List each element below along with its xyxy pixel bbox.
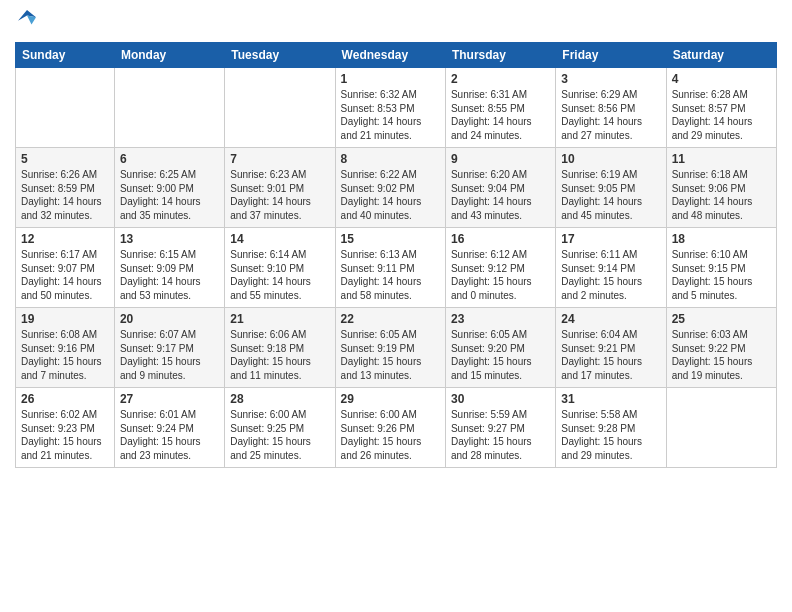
day-info: Sunrise: 6:15 AM Sunset: 9:09 PM Dayligh… xyxy=(120,248,219,302)
day-number: 10 xyxy=(561,152,660,166)
calendar-cell: 26Sunrise: 6:02 AM Sunset: 9:23 PM Dayli… xyxy=(16,388,115,468)
day-info: Sunrise: 6:31 AM Sunset: 8:55 PM Dayligh… xyxy=(451,88,550,142)
calendar-cell xyxy=(225,68,335,148)
calendar-cell: 21Sunrise: 6:06 AM Sunset: 9:18 PM Dayli… xyxy=(225,308,335,388)
day-number: 22 xyxy=(341,312,440,326)
col-header-wednesday: Wednesday xyxy=(335,43,445,68)
calendar-cell: 31Sunrise: 5:58 AM Sunset: 9:28 PM Dayli… xyxy=(556,388,666,468)
day-info: Sunrise: 6:05 AM Sunset: 9:19 PM Dayligh… xyxy=(341,328,440,382)
calendar-cell: 15Sunrise: 6:13 AM Sunset: 9:11 PM Dayli… xyxy=(335,228,445,308)
day-info: Sunrise: 5:59 AM Sunset: 9:27 PM Dayligh… xyxy=(451,408,550,462)
page-container: SundayMondayTuesdayWednesdayThursdayFrid… xyxy=(0,0,792,478)
col-header-thursday: Thursday xyxy=(445,43,555,68)
calendar-cell: 1Sunrise: 6:32 AM Sunset: 8:53 PM Daylig… xyxy=(335,68,445,148)
calendar-cell: 25Sunrise: 6:03 AM Sunset: 9:22 PM Dayli… xyxy=(666,308,776,388)
day-number: 12 xyxy=(21,232,109,246)
day-number: 20 xyxy=(120,312,219,326)
day-info: Sunrise: 6:05 AM Sunset: 9:20 PM Dayligh… xyxy=(451,328,550,382)
day-number: 31 xyxy=(561,392,660,406)
header xyxy=(15,10,777,34)
day-info: Sunrise: 6:32 AM Sunset: 8:53 PM Dayligh… xyxy=(341,88,440,142)
week-row-4: 19Sunrise: 6:08 AM Sunset: 9:16 PM Dayli… xyxy=(16,308,777,388)
day-number: 30 xyxy=(451,392,550,406)
day-number: 6 xyxy=(120,152,219,166)
day-number: 16 xyxy=(451,232,550,246)
col-header-monday: Monday xyxy=(114,43,224,68)
calendar-cell xyxy=(666,388,776,468)
day-number: 21 xyxy=(230,312,329,326)
day-number: 13 xyxy=(120,232,219,246)
day-info: Sunrise: 6:00 AM Sunset: 9:25 PM Dayligh… xyxy=(230,408,329,462)
day-number: 4 xyxy=(672,72,771,86)
day-number: 24 xyxy=(561,312,660,326)
calendar-cell: 16Sunrise: 6:12 AM Sunset: 9:12 PM Dayli… xyxy=(445,228,555,308)
day-number: 11 xyxy=(672,152,771,166)
calendar-cell: 12Sunrise: 6:17 AM Sunset: 9:07 PM Dayli… xyxy=(16,228,115,308)
calendar-cell: 28Sunrise: 6:00 AM Sunset: 9:25 PM Dayli… xyxy=(225,388,335,468)
day-number: 7 xyxy=(230,152,329,166)
calendar-cell: 3Sunrise: 6:29 AM Sunset: 8:56 PM Daylig… xyxy=(556,68,666,148)
day-info: Sunrise: 6:22 AM Sunset: 9:02 PM Dayligh… xyxy=(341,168,440,222)
day-number: 9 xyxy=(451,152,550,166)
calendar-cell: 22Sunrise: 6:05 AM Sunset: 9:19 PM Dayli… xyxy=(335,308,445,388)
day-info: Sunrise: 6:14 AM Sunset: 9:10 PM Dayligh… xyxy=(230,248,329,302)
calendar-cell: 20Sunrise: 6:07 AM Sunset: 9:17 PM Dayli… xyxy=(114,308,224,388)
calendar-cell: 11Sunrise: 6:18 AM Sunset: 9:06 PM Dayli… xyxy=(666,148,776,228)
day-info: Sunrise: 6:03 AM Sunset: 9:22 PM Dayligh… xyxy=(672,328,771,382)
day-number: 26 xyxy=(21,392,109,406)
calendar-cell: 4Sunrise: 6:28 AM Sunset: 8:57 PM Daylig… xyxy=(666,68,776,148)
day-info: Sunrise: 6:00 AM Sunset: 9:26 PM Dayligh… xyxy=(341,408,440,462)
day-number: 28 xyxy=(230,392,329,406)
week-row-5: 26Sunrise: 6:02 AM Sunset: 9:23 PM Dayli… xyxy=(16,388,777,468)
calendar-cell: 30Sunrise: 5:59 AM Sunset: 9:27 PM Dayli… xyxy=(445,388,555,468)
day-info: Sunrise: 6:17 AM Sunset: 9:07 PM Dayligh… xyxy=(21,248,109,302)
calendar-cell xyxy=(16,68,115,148)
calendar-cell xyxy=(114,68,224,148)
day-info: Sunrise: 6:25 AM Sunset: 9:00 PM Dayligh… xyxy=(120,168,219,222)
day-info: Sunrise: 6:08 AM Sunset: 9:16 PM Dayligh… xyxy=(21,328,109,382)
day-info: Sunrise: 6:04 AM Sunset: 9:21 PM Dayligh… xyxy=(561,328,660,382)
day-info: Sunrise: 6:26 AM Sunset: 8:59 PM Dayligh… xyxy=(21,168,109,222)
calendar-cell: 19Sunrise: 6:08 AM Sunset: 9:16 PM Dayli… xyxy=(16,308,115,388)
calendar-cell: 8Sunrise: 6:22 AM Sunset: 9:02 PM Daylig… xyxy=(335,148,445,228)
col-header-sunday: Sunday xyxy=(16,43,115,68)
day-info: Sunrise: 6:06 AM Sunset: 9:18 PM Dayligh… xyxy=(230,328,329,382)
calendar-cell: 14Sunrise: 6:14 AM Sunset: 9:10 PM Dayli… xyxy=(225,228,335,308)
day-number: 23 xyxy=(451,312,550,326)
calendar-cell: 9Sunrise: 6:20 AM Sunset: 9:04 PM Daylig… xyxy=(445,148,555,228)
calendar-cell: 7Sunrise: 6:23 AM Sunset: 9:01 PM Daylig… xyxy=(225,148,335,228)
header-row: SundayMondayTuesdayWednesdayThursdayFrid… xyxy=(16,43,777,68)
calendar-table: SundayMondayTuesdayWednesdayThursdayFrid… xyxy=(15,42,777,468)
col-header-saturday: Saturday xyxy=(666,43,776,68)
day-number: 29 xyxy=(341,392,440,406)
day-number: 8 xyxy=(341,152,440,166)
logo xyxy=(15,10,36,34)
day-number: 1 xyxy=(341,72,440,86)
day-info: Sunrise: 6:29 AM Sunset: 8:56 PM Dayligh… xyxy=(561,88,660,142)
calendar-cell: 23Sunrise: 6:05 AM Sunset: 9:20 PM Dayli… xyxy=(445,308,555,388)
week-row-3: 12Sunrise: 6:17 AM Sunset: 9:07 PM Dayli… xyxy=(16,228,777,308)
day-info: Sunrise: 6:01 AM Sunset: 9:24 PM Dayligh… xyxy=(120,408,219,462)
calendar-cell: 17Sunrise: 6:11 AM Sunset: 9:14 PM Dayli… xyxy=(556,228,666,308)
day-info: Sunrise: 6:23 AM Sunset: 9:01 PM Dayligh… xyxy=(230,168,329,222)
day-info: Sunrise: 6:12 AM Sunset: 9:12 PM Dayligh… xyxy=(451,248,550,302)
calendar-cell: 2Sunrise: 6:31 AM Sunset: 8:55 PM Daylig… xyxy=(445,68,555,148)
logo-bird-icon xyxy=(18,8,36,30)
day-number: 19 xyxy=(21,312,109,326)
day-info: Sunrise: 5:58 AM Sunset: 9:28 PM Dayligh… xyxy=(561,408,660,462)
calendar-cell: 18Sunrise: 6:10 AM Sunset: 9:15 PM Dayli… xyxy=(666,228,776,308)
day-info: Sunrise: 6:10 AM Sunset: 9:15 PM Dayligh… xyxy=(672,248,771,302)
day-number: 5 xyxy=(21,152,109,166)
week-row-1: 1Sunrise: 6:32 AM Sunset: 8:53 PM Daylig… xyxy=(16,68,777,148)
day-info: Sunrise: 6:28 AM Sunset: 8:57 PM Dayligh… xyxy=(672,88,771,142)
day-number: 3 xyxy=(561,72,660,86)
week-row-2: 5Sunrise: 6:26 AM Sunset: 8:59 PM Daylig… xyxy=(16,148,777,228)
day-info: Sunrise: 6:20 AM Sunset: 9:04 PM Dayligh… xyxy=(451,168,550,222)
day-number: 14 xyxy=(230,232,329,246)
day-info: Sunrise: 6:19 AM Sunset: 9:05 PM Dayligh… xyxy=(561,168,660,222)
day-info: Sunrise: 6:02 AM Sunset: 9:23 PM Dayligh… xyxy=(21,408,109,462)
day-info: Sunrise: 6:07 AM Sunset: 9:17 PM Dayligh… xyxy=(120,328,219,382)
day-info: Sunrise: 6:18 AM Sunset: 9:06 PM Dayligh… xyxy=(672,168,771,222)
col-header-tuesday: Tuesday xyxy=(225,43,335,68)
calendar-cell: 24Sunrise: 6:04 AM Sunset: 9:21 PM Dayli… xyxy=(556,308,666,388)
